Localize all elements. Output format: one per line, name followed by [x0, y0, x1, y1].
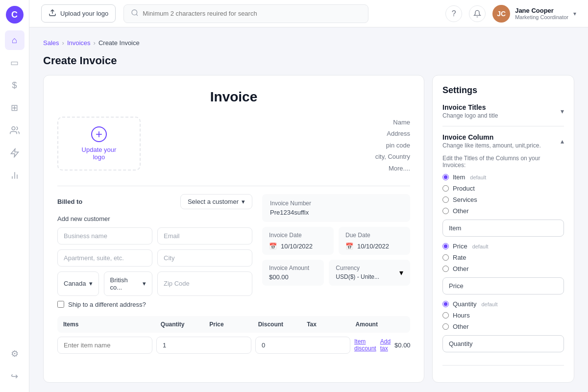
add-new-label: Add new customer: [57, 215, 252, 222]
sidebar-item-logout[interactable]: ↪: [5, 367, 24, 386]
hours-label: Hours: [453, 312, 470, 319]
add-tax-link[interactable]: Add tax: [380, 337, 391, 354]
item-name-input[interactable]: [57, 337, 152, 354]
other3-radio[interactable]: [442, 323, 449, 330]
other2-radio[interactable]: [442, 266, 449, 272]
radio-other1[interactable]: Other: [442, 207, 564, 215]
radio-services[interactable]: Services: [442, 196, 564, 203]
name-email-row: [57, 227, 252, 245]
invoice-address: Name Address pin code city, Country More…: [375, 117, 410, 174]
radio-hours[interactable]: Hours: [442, 312, 564, 319]
quantity-radio[interactable]: [442, 301, 449, 307]
item-quantity-input[interactable]: [156, 337, 251, 354]
invoice-top: + Update your logo Name Address pin code…: [57, 117, 410, 174]
price-text-input[interactable]: [442, 277, 564, 294]
content: Sales › Invoices › Create Invoice Create…: [29, 27, 588, 392]
address-pin: pin code: [375, 140, 410, 151]
calendar-icon: 📅: [269, 243, 277, 250]
item-label: Item: [453, 173, 465, 181]
sidebar-item-people[interactable]: [5, 121, 24, 140]
item-discount-link[interactable]: Item discount: [354, 337, 376, 354]
upload-logo-label: Upload your logo: [60, 10, 108, 17]
item-radio[interactable]: [442, 174, 449, 180]
address-name: Name: [375, 117, 410, 128]
currency-label: Currency: [336, 265, 379, 271]
rate-radio[interactable]: [442, 254, 449, 261]
radio-other3[interactable]: Other: [442, 323, 564, 330]
quantity-text-input[interactable]: [442, 335, 564, 352]
city-input[interactable]: [157, 249, 252, 267]
sidebar-item-home[interactable]: ⌂: [5, 30, 24, 50]
quantity-default: default: [481, 301, 497, 307]
sidebar-item-chart[interactable]: [5, 166, 24, 185]
quantity-radio-group: Quantity default Hours Other: [442, 300, 564, 330]
address-city: city, Country: [375, 151, 410, 162]
zip-input[interactable]: [157, 271, 252, 296]
sidebar-item-grid[interactable]: ⊞: [5, 98, 24, 118]
breadcrumb-invoices[interactable]: Invoices: [67, 39, 91, 47]
invoice-date-value[interactable]: 📅 10/10/2022: [269, 243, 327, 250]
price-radio[interactable]: [442, 243, 449, 249]
email-input[interactable]: [157, 227, 252, 245]
chevron-down-icon: ▾: [399, 268, 403, 277]
ship-check[interactable]: Ship to a different address?: [57, 301, 252, 308]
item-text-input[interactable]: [442, 220, 564, 237]
radio-quantity[interactable]: Quantity default: [442, 300, 564, 308]
breadcrumb: Sales › Invoices › Create Invoice: [43, 39, 574, 47]
invoice-amount-field: Invoice Amount $00.00: [262, 260, 324, 286]
ship-checkbox[interactable]: [57, 301, 64, 308]
svg-point-0: [12, 127, 15, 130]
user-info[interactable]: JC Jane Cooper Marketing Coordinator ▾: [492, 5, 576, 23]
radio-item[interactable]: Item default: [442, 173, 564, 181]
invoice-column-sub: Change like items, amount, unit,price.: [442, 142, 541, 149]
settings-panel: Settings Invoice Titles Change logo and …: [432, 75, 574, 383]
search-input[interactable]: [143, 10, 361, 17]
billed-section: Billed to Select a customer ▾ Add new cu…: [57, 186, 410, 358]
radio-other2[interactable]: Other: [442, 265, 564, 272]
quantity-label: Quantity: [453, 300, 476, 308]
item-price-input[interactable]: [255, 337, 350, 354]
other1-radio[interactable]: [442, 208, 449, 214]
sidebar-item-lightning[interactable]: [5, 143, 24, 163]
settings-title: Settings: [442, 85, 564, 96]
radio-rate[interactable]: Rate: [442, 254, 564, 261]
sidebar-logo[interactable]: C: [6, 6, 24, 24]
upload-icon: [49, 9, 56, 18]
item-default: default: [470, 174, 486, 180]
help-button[interactable]: ?: [445, 5, 462, 22]
currency-field[interactable]: Currency USD($) - Unite... ▾: [329, 260, 410, 286]
svg-point-6: [132, 10, 137, 15]
breadcrumb-sep-2: ›: [94, 39, 96, 47]
invoice-titles-label-group: Invoice Titles Change logo and title: [442, 103, 498, 119]
search-bar[interactable]: [123, 4, 368, 23]
items-table: Items Quantity Price Discount Tax Amount…: [57, 316, 410, 358]
invoice-date-field: Invoice Date 📅 10/10/2022: [262, 227, 334, 255]
province-select[interactable]: British co... ▾: [104, 271, 152, 296]
user-role: Marketing Coordinator: [515, 14, 568, 20]
apartment-input[interactable]: [57, 249, 152, 267]
logo-placeholder[interactable]: + Update your logo: [57, 117, 141, 171]
select-customer-button[interactable]: Select a customer ▾: [180, 194, 252, 209]
country-select[interactable]: Canada ▾: [57, 271, 99, 296]
upload-logo-button[interactable]: Upload your logo: [41, 4, 116, 23]
sidebar-item-dollar[interactable]: $: [5, 75, 24, 95]
col-items: Items: [63, 321, 161, 328]
hours-radio[interactable]: [442, 312, 449, 318]
add-logo-icon: +: [91, 126, 107, 142]
services-radio[interactable]: [442, 196, 449, 203]
breadcrumb-sales[interactable]: Sales: [43, 39, 59, 47]
product-radio[interactable]: [442, 185, 449, 192]
due-date-value[interactable]: 📅 10/10/2022: [345, 243, 403, 250]
notification-button[interactable]: [469, 5, 486, 22]
invoice-titles-header[interactable]: Invoice Titles Change logo and title ▾: [442, 103, 564, 119]
radio-price[interactable]: Price default: [442, 243, 564, 250]
user-name: Jane Cooper: [515, 7, 568, 14]
search-icon: [131, 9, 139, 19]
radio-product[interactable]: Product: [442, 185, 564, 192]
invoice-column-header[interactable]: Invoice Column Change like items, amount…: [442, 133, 564, 149]
sidebar-item-settings[interactable]: ⚙: [5, 344, 24, 364]
invoice-column-label-group: Invoice Column Change like items, amount…: [442, 133, 541, 149]
calendar-icon: 📅: [345, 243, 353, 250]
business-name-input[interactable]: [57, 227, 152, 245]
sidebar-item-card[interactable]: ▭: [5, 53, 24, 73]
